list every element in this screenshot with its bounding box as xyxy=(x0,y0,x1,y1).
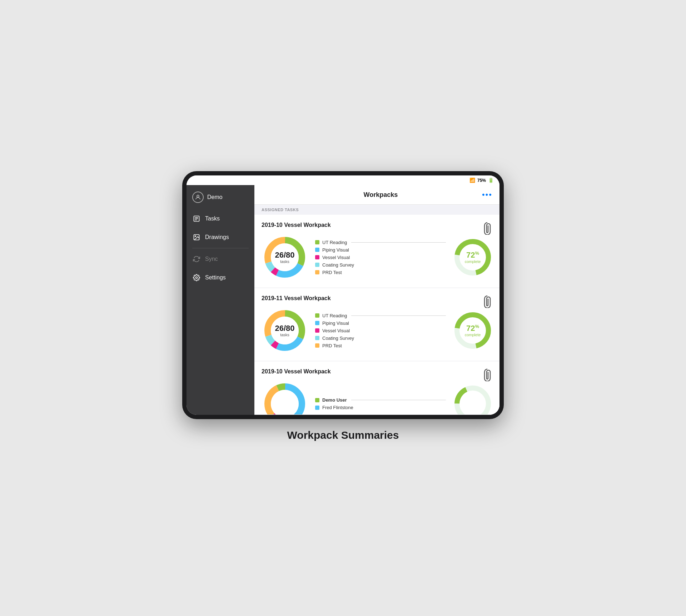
legend-item-ut-1: UT Reading xyxy=(315,240,446,245)
progress-label-2: complete xyxy=(465,333,481,337)
wifi-icon: 📶 xyxy=(469,178,475,183)
top-bar: Workpacks ••• xyxy=(254,185,499,205)
settings-icon xyxy=(192,273,201,282)
user-icon xyxy=(192,192,204,203)
sidebar-item-settings[interactable]: Settings xyxy=(187,268,254,287)
legend-item-vv-2: Vessel Visual xyxy=(315,328,446,333)
donut-label-1: tasks xyxy=(275,259,294,264)
battery-percent: 75% xyxy=(477,178,486,183)
legend-2: UT Reading Piping Visual Vessel Visual xyxy=(315,313,446,348)
page-title-section: Workpack Summaries xyxy=(280,419,406,445)
donut-center-2: 26/80 tasks xyxy=(275,324,294,337)
attach-icon-1[interactable] xyxy=(482,222,492,235)
workpack-card-2[interactable]: 2019-11 Vessel Workpack xyxy=(254,288,499,361)
workpack-title-1: 2019-10 Vessel Workpack xyxy=(262,222,492,228)
drawings-label: Drawings xyxy=(205,234,229,240)
sidebar-item-tasks[interactable]: Tasks xyxy=(187,209,254,228)
tasks-icon xyxy=(192,214,201,223)
legend-item-prd-1: PRD Test xyxy=(315,270,446,275)
sidebar-user-label: Demo xyxy=(207,194,223,200)
donut-center-1: 26/80 tasks xyxy=(275,251,294,264)
device-screen: 📶 75% 🔋 Demo xyxy=(187,175,499,415)
attach-icon-2[interactable] xyxy=(482,295,492,308)
progress-percent-2: 72% xyxy=(465,324,481,332)
legend-item-demo: Demo User xyxy=(315,397,446,403)
legend-item-cs-2: Coating Survey xyxy=(315,336,446,341)
svg-point-0 xyxy=(197,195,199,197)
top-bar-title: Workpacks xyxy=(279,191,482,199)
main-content: Workpacks ••• ASSIGNED TASKS 2019-10 Ves… xyxy=(254,185,499,415)
progress-ring-1: 72% complete xyxy=(453,238,492,277)
donut-number-2: 26/80 xyxy=(275,324,294,333)
legend-item-vv-1: Vessel Visual xyxy=(315,255,446,260)
legend-item-pv-1: Piping Visual xyxy=(315,247,446,253)
status-bar: 📶 75% 🔋 xyxy=(187,175,499,185)
scroll-content[interactable]: 2019-10 Vessel Workpack xyxy=(254,215,499,415)
donut-chart-1: 26/80 tasks xyxy=(262,234,308,280)
battery-icon: 🔋 xyxy=(488,178,494,183)
progress-ring-3 xyxy=(453,384,492,415)
progress-center-1: 72% complete xyxy=(465,251,481,263)
sidebar: Demo Tasks xyxy=(187,185,254,415)
donut-chart-2: 26/80 tasks xyxy=(262,307,308,354)
sidebar-item-drawings[interactable]: Drawings xyxy=(187,228,254,247)
legend-item-cs-1: Coating Survey xyxy=(315,262,446,268)
legend-item-pv-2: Piping Visual xyxy=(315,321,446,326)
progress-percent-1: 72% xyxy=(465,251,481,259)
drawings-icon xyxy=(192,233,201,242)
attach-icon-3[interactable] xyxy=(482,368,492,381)
section-header: ASSIGNED TASKS xyxy=(254,205,499,215)
legend-3: Demo User Fred Flintstone xyxy=(315,397,446,410)
donut-number-1: 26/80 xyxy=(275,251,294,259)
progress-label-1: complete xyxy=(465,259,481,264)
svg-point-6 xyxy=(195,236,196,237)
workpack-card-1[interactable]: 2019-10 Vessel Workpack xyxy=(254,215,499,288)
settings-label: Settings xyxy=(205,274,226,281)
workpack-title-2: 2019-11 Vessel Workpack xyxy=(262,295,492,302)
more-button[interactable]: ••• xyxy=(482,190,492,199)
legend-item-ut-2: UT Reading xyxy=(315,313,446,318)
tasks-label: Tasks xyxy=(205,215,220,222)
workpack-card-3[interactable]: 2019-10 Vessel Workpack xyxy=(254,361,499,415)
legend-item-prd-2: PRD Test xyxy=(315,343,446,348)
legend-1: UT Reading Piping Visual Vessel Visual xyxy=(315,240,446,275)
sidebar-item-sync[interactable]: Sync xyxy=(187,250,254,268)
donut-chart-3 xyxy=(262,381,308,415)
sidebar-divider xyxy=(192,248,249,248)
sync-label: Sync xyxy=(205,256,218,262)
svg-point-7 xyxy=(196,277,198,279)
sidebar-user: Demo xyxy=(187,185,254,209)
progress-center-2: 72% complete xyxy=(465,324,481,337)
device-frame: 📶 75% 🔋 Demo xyxy=(182,171,504,419)
workpack-title-3: 2019-10 Vessel Workpack xyxy=(262,368,492,375)
donut-label-2: tasks xyxy=(275,333,294,337)
sync-icon xyxy=(192,255,201,263)
progress-ring-2: 72% complete xyxy=(453,311,492,350)
legend-item-fred: Fred Flintstone xyxy=(315,405,446,410)
page-title: Workpack Summaries xyxy=(287,429,399,441)
